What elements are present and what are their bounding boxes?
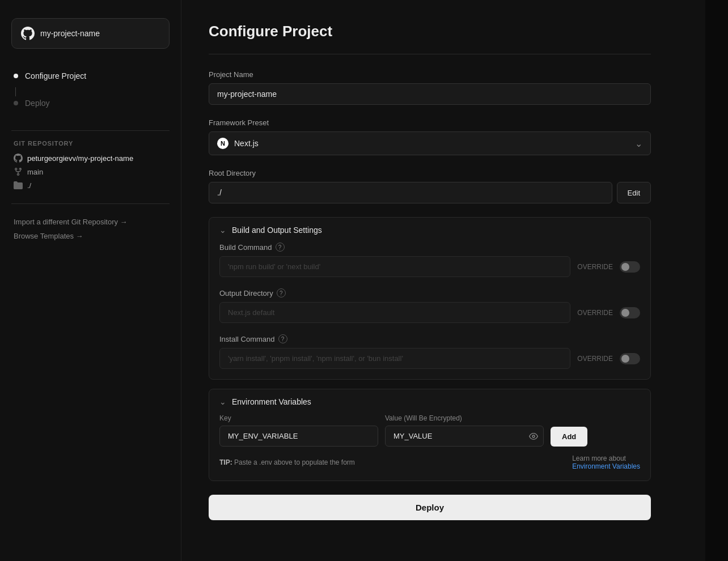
- env-value-input[interactable]: [385, 426, 544, 447]
- step-dot-active: [14, 74, 18, 78]
- build-command-label: Build Command: [219, 243, 272, 252]
- edit-button[interactable]: Edit: [617, 182, 651, 203]
- tip-strong: TIP:: [219, 458, 232, 466]
- github-icon: [21, 27, 35, 40]
- branch-icon: [14, 167, 23, 176]
- import-repo-link[interactable]: Import a different Git Repository →: [14, 218, 167, 226]
- env-section-title: Environment Variables: [232, 397, 311, 406]
- sidebar-divider-2: [11, 203, 170, 204]
- chevron-down-icon: ⌄: [635, 138, 642, 149]
- env-body: Key Value (Will Be Encrypted): [209, 414, 650, 481]
- env-fields-row: Key Value (Will Be Encrypted): [219, 414, 640, 447]
- install-override-text: OVERRIDE: [577, 355, 613, 363]
- build-override-text: OVERRIDE: [577, 263, 613, 271]
- step-deploy: Deploy: [14, 99, 167, 108]
- github-small-icon: [14, 154, 23, 163]
- svg-point-0: [532, 435, 535, 437]
- install-toggle-slider: [620, 353, 640, 364]
- root-dir-row: Edit: [209, 182, 651, 203]
- nextjs-letter: N: [221, 140, 225, 147]
- form-section: Configure Project Project Name Framework…: [209, 23, 651, 520]
- install-command-input[interactable]: [219, 348, 570, 369]
- root-dir-label: Root Directory: [209, 169, 651, 177]
- git-info: peturgeorgievv/my-project-name main ./: [14, 154, 167, 190]
- output-dir-group: Output Directory ? OVERRIDE: [219, 288, 640, 323]
- output-toggle-slider: [620, 307, 640, 318]
- env-value-wrapper: [385, 426, 544, 447]
- content-divider: [209, 54, 651, 54]
- install-command-input-row: OVERRIDE: [219, 348, 640, 369]
- git-repo-name: peturgeorgievv/my-project-name: [27, 154, 133, 163]
- page-title: Configure Project: [209, 23, 651, 40]
- build-output-section: ⌄ Build and Output Settings Build Comman…: [209, 217, 651, 380]
- project-name-input[interactable]: [209, 83, 651, 105]
- env-header[interactable]: ⌄ Environment Variables: [209, 389, 650, 414]
- git-repo-row: peturgeorgievv/my-project-name: [14, 154, 167, 163]
- git-section: GIT REPOSITORY peturgeorgievv/my-project…: [0, 140, 181, 199]
- git-dir-path: ./: [27, 181, 31, 190]
- step-configure-label: Configure Project: [25, 71, 86, 80]
- step-configure: Configure Project: [14, 71, 167, 80]
- build-command-label-row: Build Command ?: [219, 243, 640, 252]
- output-override-text: OVERRIDE: [577, 309, 613, 317]
- root-dir-group: Root Directory Edit: [209, 169, 651, 203]
- install-command-label-row: Install Command ?: [219, 334, 640, 343]
- sidebar-actions: Import a different Git Repository → Brow…: [0, 218, 181, 240]
- step-connector: [15, 87, 16, 96]
- add-env-button[interactable]: Add: [551, 427, 587, 447]
- git-branch-name: main: [27, 168, 43, 176]
- framework-preset-group: Framework Preset N Next.js ⌄: [209, 118, 651, 155]
- project-name-group: Project Name: [209, 70, 651, 105]
- step-deploy-label: Deploy: [25, 99, 50, 108]
- eye-icon: [529, 432, 538, 441]
- browse-templates-link[interactable]: Browse Templates →: [14, 232, 167, 240]
- output-dir-help-icon[interactable]: ?: [277, 288, 286, 298]
- env-variables-link[interactable]: Environment Variables: [572, 462, 640, 470]
- env-value-toggle-btn[interactable]: [529, 432, 538, 441]
- install-command-help-icon[interactable]: ?: [278, 334, 287, 343]
- sidebar-header: my-project-name: [0, 11, 181, 60]
- right-spacer: [705, 0, 728, 561]
- install-override-toggle[interactable]: [620, 353, 640, 364]
- framework-select[interactable]: N Next.js ⌄: [209, 131, 651, 155]
- build-command-input-row: OVERRIDE: [219, 256, 640, 277]
- env-section: ⌄ Environment Variables Key Value (Will …: [209, 389, 651, 481]
- sidebar-divider-1: [11, 130, 170, 131]
- chevron-collapse-icon: ⌄: [219, 226, 226, 235]
- learn-more-text: Learn more about Environment Variables: [572, 454, 640, 470]
- steps-section: Configure Project Deploy: [0, 60, 181, 126]
- root-dir-input[interactable]: [209, 182, 612, 203]
- output-dir-label-row: Output Directory ?: [219, 288, 640, 298]
- tip-row: TIP: Paste a .env above to populate the …: [219, 454, 640, 470]
- sidebar: my-project-name Configure Project Deploy…: [0, 0, 181, 561]
- build-command-group: Build Command ? OVERRIDE: [219, 243, 640, 277]
- output-dir-input[interactable]: [219, 302, 570, 323]
- build-output-body: Build Command ? OVERRIDE: [209, 243, 650, 379]
- env-chevron-icon: ⌄: [219, 397, 226, 406]
- tip-detail: Paste a .env above to populate the form: [234, 458, 355, 466]
- step-dot-inactive: [14, 101, 18, 105]
- build-output-header[interactable]: ⌄ Build and Output Settings: [209, 218, 650, 243]
- install-command-group: Install Command ? OVERRIDE: [219, 334, 640, 369]
- env-value-label: Value (Will Be Encrypted): [385, 414, 544, 422]
- build-command-input[interactable]: [219, 256, 570, 277]
- git-section-label: GIT REPOSITORY: [14, 140, 167, 147]
- tip-text: TIP: Paste a .env above to populate the …: [219, 458, 355, 466]
- main-content: Configure Project Project Name Framework…: [181, 0, 705, 561]
- project-name-field-label: Project Name: [209, 70, 651, 79]
- env-key-group: Key: [219, 414, 378, 447]
- git-dir-row: ./: [14, 181, 167, 190]
- install-command-label: Install Command: [219, 335, 275, 343]
- env-key-label: Key: [219, 414, 378, 422]
- output-override-toggle[interactable]: [620, 307, 640, 318]
- project-card[interactable]: my-project-name: [11, 18, 170, 49]
- git-branch-row: main: [14, 167, 167, 176]
- framework-label: Framework Preset: [209, 118, 651, 127]
- deploy-button[interactable]: Deploy: [209, 495, 651, 520]
- folder-icon: [14, 181, 23, 190]
- nextjs-badge: N: [217, 138, 228, 149]
- env-key-input[interactable]: [219, 426, 378, 447]
- env-value-group: Value (Will Be Encrypted): [385, 414, 544, 447]
- build-override-toggle[interactable]: [620, 261, 640, 273]
- build-command-help-icon[interactable]: ?: [276, 243, 285, 252]
